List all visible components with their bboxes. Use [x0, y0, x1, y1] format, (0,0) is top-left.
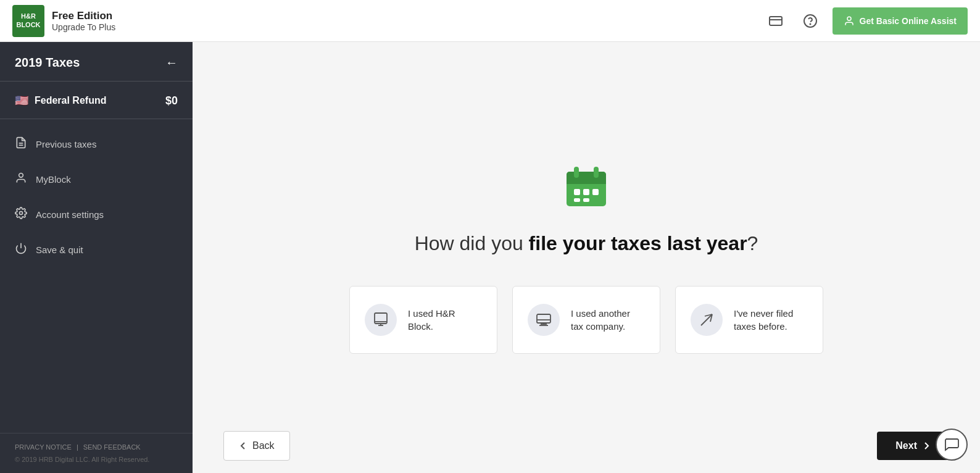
- main-question: How did you file your taxes last year?: [415, 232, 758, 255]
- nav-buttons: Back Next: [193, 419, 980, 473]
- myblock-label: MyBlock: [36, 174, 71, 185]
- settings-icon: [15, 207, 27, 222]
- help-button[interactable]: [798, 9, 823, 33]
- option-another-company[interactable]: I used another tax company.: [512, 286, 660, 354]
- get-assist-button[interactable]: Get Basic Online Assist: [833, 7, 968, 35]
- calendar-icon-wrap: [562, 162, 611, 214]
- top-nav: H&R BLOCK Free Edition Upgrade To Plus: [0, 0, 980, 42]
- svg-point-4: [847, 17, 851, 20]
- file-icon: [15, 136, 27, 152]
- dollar-sign-button[interactable]: [763, 9, 788, 33]
- sidebar-nav: Previous taxes MyBlock A: [0, 119, 193, 433]
- refund-amount: $0: [165, 94, 178, 107]
- power-icon: [15, 242, 27, 257]
- footer-links: PRIVACY NOTICE | SEND FEEDBACK: [15, 443, 178, 451]
- footer-separator: |: [77, 443, 78, 451]
- user-icon: [15, 172, 27, 187]
- flag-icon: 🇺🇸: [15, 94, 28, 107]
- svg-rect-18: [574, 198, 580, 202]
- another-company-card-label: I used another tax company.: [571, 307, 645, 333]
- svg-point-7: [19, 174, 23, 178]
- option-never-filed[interactable]: I've never filed taxes before.: [675, 286, 823, 354]
- back-button[interactable]: Back: [223, 431, 290, 461]
- content-inner: How did you file your taxes last year? I…: [193, 42, 980, 473]
- svg-rect-24: [537, 314, 550, 323]
- refund-area: 🇺🇸 Federal Refund $0: [0, 82, 193, 119]
- edition-text: Free Edition Upgrade To Plus: [52, 10, 115, 32]
- option-hr-block[interactable]: I used H&R Block.: [349, 286, 497, 354]
- edition-label: Free Edition: [52, 10, 115, 22]
- sidebar-footer: PRIVACY NOTICE | SEND FEEDBACK © 2019 HR…: [0, 433, 193, 473]
- sidebar-header: 2019 Taxes ←: [0, 42, 193, 82]
- sidebar-item-save-quit[interactable]: Save & quit: [0, 232, 193, 267]
- federal-refund-label: Federal Refund: [35, 95, 106, 106]
- logo-area: H&R BLOCK Free Edition Upgrade To Plus: [12, 5, 115, 37]
- sidebar-back-button[interactable]: ←: [165, 56, 178, 70]
- svg-rect-17: [592, 189, 599, 195]
- never-filed-card-label: I've never filed taxes before.: [734, 307, 808, 333]
- svg-rect-12: [567, 178, 606, 184]
- hr-block-logo: H&R BLOCK: [12, 5, 44, 37]
- hr-block-card-icon: [365, 304, 397, 336]
- send-feedback-link[interactable]: SEND FEEDBACK: [83, 443, 141, 451]
- sidebar-title: 2019 Taxes: [15, 56, 80, 70]
- svg-point-8: [20, 212, 23, 215]
- refund-label-area: 🇺🇸 Federal Refund: [15, 94, 106, 107]
- svg-rect-14: [594, 167, 599, 178]
- upgrade-label: Upgrade To Plus: [52, 22, 115, 32]
- svg-rect-13: [574, 167, 579, 178]
- option-cards: I used H&R Block. I used another tax com: [349, 286, 823, 354]
- chat-button[interactable]: [936, 429, 968, 461]
- svg-rect-15: [574, 189, 580, 195]
- nav-actions: Get Basic Online Assist: [763, 7, 968, 35]
- hr-block-card-label: I used H&R Block.: [408, 307, 482, 333]
- save-quit-label: Save & quit: [36, 245, 83, 255]
- account-settings-label: Account settings: [36, 209, 104, 220]
- sidebar-item-myblock[interactable]: MyBlock: [0, 162, 193, 197]
- calendar-icon: [562, 162, 611, 211]
- previous-taxes-label: Previous taxes: [36, 139, 96, 149]
- sidebar: 2019 Taxes ← 🇺🇸 Federal Refund $0: [0, 42, 193, 473]
- sidebar-item-account-settings[interactable]: Account settings: [0, 197, 193, 232]
- sidebar-item-previous-taxes[interactable]: Previous taxes: [0, 127, 193, 162]
- copyright: © 2019 HRB Digital LLC. All Right Reserv…: [15, 456, 178, 463]
- privacy-notice-link[interactable]: PRIVACY NOTICE: [15, 443, 72, 451]
- content-area: How did you file your taxes last year? I…: [193, 42, 980, 473]
- svg-rect-19: [583, 198, 589, 202]
- svg-rect-0: [770, 17, 782, 25]
- never-filed-card-icon: [691, 304, 723, 336]
- main-layout: 2019 Taxes ← 🇺🇸 Federal Refund $0: [0, 42, 980, 473]
- another-company-card-icon: [528, 304, 560, 336]
- svg-rect-16: [583, 189, 589, 195]
